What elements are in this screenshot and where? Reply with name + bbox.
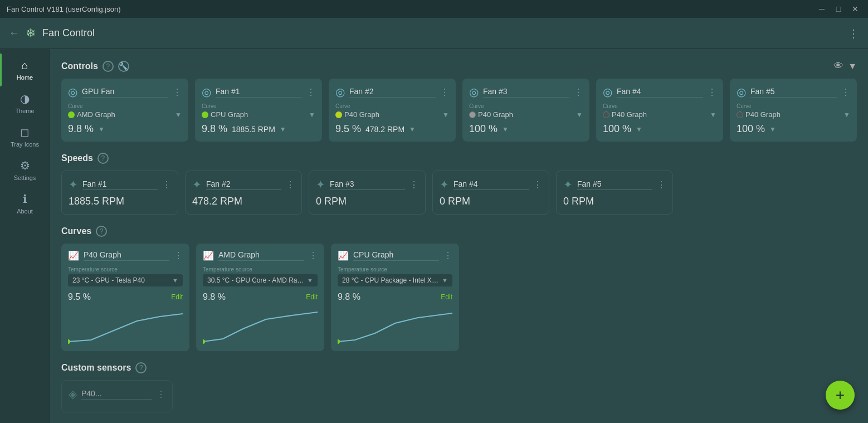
p40-temp-label: Temperature source xyxy=(68,266,183,273)
amd-menu[interactable]: ⋮ xyxy=(309,250,318,261)
p40-pct-row: 9.5 % Edit xyxy=(68,292,183,302)
sidebar-item-tray-icons-label: Tray Icons xyxy=(11,141,39,148)
speed-card-fan3: ✦ Fan #3 ⋮ 0 RPM xyxy=(309,171,426,215)
curve-card-cpu: 📈 CPU Graph ⋮ Temperature source 28 °C -… xyxy=(331,244,459,351)
settings-icon: ⚙ xyxy=(20,159,30,172)
fan2-menu[interactable]: ⋮ xyxy=(440,87,449,98)
cpu-menu[interactable]: ⋮ xyxy=(443,250,452,261)
sidebar-item-home[interactable]: ⌂ Home xyxy=(0,54,50,86)
gpu-fan-curve-select[interactable]: AMD Graph ▼ xyxy=(68,110,182,119)
curves-help-icon[interactable]: ? xyxy=(96,226,107,237)
speeds-cards-grid: ✦ Fan #1 ⋮ 1885.5 RPM ✦ Fan #2 ⋮ 478.2 R… xyxy=(61,171,857,215)
gpu-fan-val-chevron: ▼ xyxy=(98,125,105,133)
gpu-fan-menu[interactable]: ⋮ xyxy=(173,87,182,98)
cpu-edit-btn[interactable]: Edit xyxy=(441,293,452,301)
svg-point-1 xyxy=(203,339,205,344)
amd-temp-label: Temperature source xyxy=(203,266,318,273)
speed-fan4-icon: ✦ xyxy=(440,178,449,191)
p40-edit-btn[interactable]: Edit xyxy=(171,293,183,301)
fan3-menu[interactable]: ⋮ xyxy=(574,87,583,98)
speed-fan3-menu[interactable]: ⋮ xyxy=(409,179,418,190)
fan3-curve-label: Curve xyxy=(469,103,583,109)
fan1-menu[interactable]: ⋮ xyxy=(306,87,315,98)
fan5-curve-label: Curve xyxy=(737,103,850,109)
fan4-curve-name: P40 Graph xyxy=(612,110,708,119)
sidebar-item-settings[interactable]: ⚙ Settings xyxy=(0,153,50,187)
p40-pct: 9.5 % xyxy=(68,292,91,302)
amd-temp-chevron: ▼ xyxy=(307,277,313,284)
speed-fan2-menu[interactable]: ⋮ xyxy=(286,179,295,190)
controls-wrench-icon[interactable]: 🔧 xyxy=(118,61,129,72)
custom-sensors-header: Custom sensors ? xyxy=(61,362,857,373)
fan1-curve-select[interactable]: CPU Graph ▼ xyxy=(202,110,315,119)
sidebar-item-theme[interactable]: ◑ Theme xyxy=(0,86,50,120)
control-card-fan1: ◎ Fan #1 ⋮ Curve CPU Graph ▼ 9.8 % 1885.… xyxy=(195,79,322,142)
speeds-help-icon[interactable]: ? xyxy=(97,153,109,164)
speed-fan4-menu[interactable]: ⋮ xyxy=(533,179,542,190)
fan1-curve-name: CPU Graph xyxy=(211,110,306,119)
fan4-icon: ◎ xyxy=(603,85,612,99)
speed-fan1-value: 1885.5 RPM xyxy=(69,196,171,207)
about-icon: ℹ xyxy=(23,192,27,206)
p40-temp-select[interactable]: 23 °C - GPU - Tesla P40 ▼ xyxy=(68,274,183,286)
custom-sensor-name: P40... xyxy=(81,389,152,400)
curve-card-p40: 📈 P40 Graph ⋮ Temperature source 23 °C -… xyxy=(61,244,189,351)
fan3-curve-chevron: ▼ xyxy=(576,111,583,119)
fan2-curve-select[interactable]: P40 Graph ▼ xyxy=(335,110,449,119)
fan3-icon: ◎ xyxy=(469,85,479,99)
add-fab-button[interactable]: + xyxy=(826,381,855,410)
amd-header: 📈 AMD Graph ⋮ xyxy=(203,250,318,261)
controls-dropdown-icon[interactable]: ▼ xyxy=(848,61,857,71)
speed-fan5-menu[interactable]: ⋮ xyxy=(657,179,666,190)
custom-sensor-menu[interactable]: ⋮ xyxy=(157,389,165,400)
fan2-value: 9.5 % 478.2 RPM ▼ xyxy=(335,123,449,135)
appbar: ← ❄ Fan Control ⋮ xyxy=(0,18,868,49)
fan4-val-chevron: ▼ xyxy=(636,125,642,133)
fan5-name: Fan #5 xyxy=(750,87,837,98)
fan5-curve-select[interactable]: P40 Graph ▼ xyxy=(737,110,850,119)
fan4-menu[interactable]: ⋮ xyxy=(708,87,716,98)
amd-icon: 📈 xyxy=(203,250,214,261)
cpu-pct-row: 9.8 % Edit xyxy=(338,292,452,302)
main-content: Controls ? 🔧 👁 ▼ ◎ GPU Fan ⋮ Curve AMD G… xyxy=(50,49,868,423)
fan5-header: ◎ Fan #5 ⋮ xyxy=(737,85,850,99)
titlebar-controls: ─ □ ✕ xyxy=(816,3,861,15)
curve-card-amd: 📈 AMD Graph ⋮ Temperature source 30.5 °C… xyxy=(196,244,324,351)
fan3-name: Fan #3 xyxy=(483,87,569,98)
fan4-curve-label: Curve xyxy=(603,103,716,109)
controls-eye-icon[interactable]: 👁 xyxy=(833,60,843,72)
fan4-value: 100 % ▼ xyxy=(603,123,716,135)
sidebar-item-about[interactable]: ℹ About xyxy=(0,187,50,220)
speed-fan3-name: Fan #3 xyxy=(330,179,405,190)
fan5-menu[interactable]: ⋮ xyxy=(841,87,850,98)
speed-fan1-menu[interactable]: ⋮ xyxy=(162,179,171,190)
cpu-temp-select[interactable]: 28 °C - CPU Package - Intel Xeon ▼ xyxy=(338,274,452,286)
fan2-curve-name: P40 Graph xyxy=(344,110,440,119)
amd-pct-row: 9.8 % Edit xyxy=(203,292,318,302)
titlebar-left: Fan Control V181 (userConfig.json) xyxy=(7,5,121,13)
svg-point-0 xyxy=(68,339,70,344)
gpu-fan-curve-label: Curve xyxy=(68,103,182,109)
curves-section-header: Curves ? xyxy=(61,226,857,237)
fan3-curve-select[interactable]: P40 Graph ▼ xyxy=(469,110,583,119)
custom-sensors-help-icon[interactable]: ? xyxy=(135,362,147,373)
titlebar: Fan Control V181 (userConfig.json) ─ □ ✕ xyxy=(0,0,868,18)
maximize-button[interactable]: □ xyxy=(832,3,845,15)
speeds-section-header: Speeds ? xyxy=(61,153,857,164)
speeds-title: Speeds xyxy=(61,153,93,163)
minimize-button[interactable]: ─ xyxy=(816,3,828,15)
control-card-fan3: ◎ Fan #3 ⋮ Curve P40 Graph ▼ 100 % ▼ xyxy=(462,79,589,142)
amd-temp-select[interactable]: 30.5 °C - GPU Core - AMD Radeon ▼ xyxy=(203,274,318,286)
sidebar-item-tray-icons[interactable]: ◻ Tray Icons xyxy=(0,120,50,153)
controls-help-icon[interactable]: ? xyxy=(103,61,114,72)
speed-fan1-header: ✦ Fan #1 ⋮ xyxy=(69,178,171,191)
fan1-val-chevron: ▼ xyxy=(280,125,286,133)
back-button[interactable]: ← xyxy=(9,27,19,39)
fan5-value: 100 % ▼ xyxy=(737,123,850,135)
p40-menu[interactable]: ⋮ xyxy=(174,250,183,261)
close-button[interactable]: ✕ xyxy=(849,3,861,15)
amd-edit-btn[interactable]: Edit xyxy=(306,293,318,301)
speed-fan2-header: ✦ Fan #2 ⋮ xyxy=(192,178,295,191)
appbar-menu-button[interactable]: ⋮ xyxy=(848,27,859,40)
fan4-curve-select[interactable]: P40 Graph ▼ xyxy=(603,110,716,119)
